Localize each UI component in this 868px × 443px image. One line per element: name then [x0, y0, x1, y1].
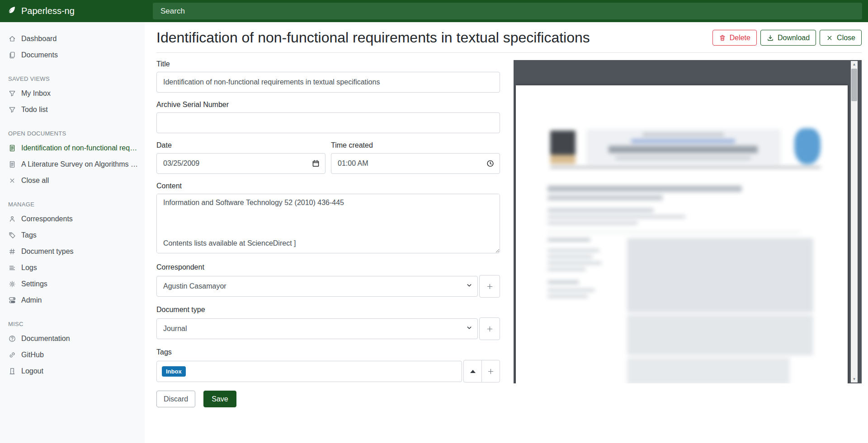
blurred-line: [615, 157, 751, 159]
sidebar-item-admin[interactable]: Admin: [0, 292, 145, 308]
sidebar-section-saved-views: SAVED VIEWS: [0, 63, 145, 85]
plus-icon: [487, 368, 495, 375]
sidebar-item-logout[interactable]: Logout: [0, 363, 145, 379]
blurred-info-line: [547, 255, 593, 258]
house-icon: [9, 35, 16, 42]
sidebar-open-doc-2[interactable]: A Literature Survey on Algorithms for Mu…: [0, 156, 145, 173]
search-input[interactable]: [153, 3, 862, 19]
plus-icon: [486, 283, 494, 290]
journal-logo-right: [794, 128, 821, 164]
chevron-down-icon: [466, 282, 472, 290]
tags-label: Tags: [156, 348, 500, 356]
discard-button[interactable]: Discard: [156, 391, 195, 407]
sidebar-section-open-documents: OPEN DOCUMENTS: [0, 118, 145, 140]
add-correspondent-button[interactable]: [479, 275, 500, 298]
title-input[interactable]: [156, 72, 500, 93]
funnel-icon: [9, 106, 16, 113]
blurred-info-line: [547, 295, 588, 298]
scroll-down-arrow[interactable]: ▼: [851, 376, 858, 382]
sidebar-section-misc: MISC: [0, 308, 145, 331]
sidebar-item-my-inbox[interactable]: My Inbox: [0, 85, 145, 102]
scroll-up-arrow[interactable]: ▲: [851, 61, 858, 68]
x-icon: [826, 34, 833, 42]
calendar-icon[interactable]: [312, 160, 320, 168]
correspondent-label: Correspondent: [156, 263, 500, 271]
blurred-info-line: [547, 268, 586, 271]
clock-icon[interactable]: [486, 160, 494, 168]
asn-label: Archive Serial Number: [156, 101, 500, 109]
sidebar-item-dashboard[interactable]: Dashboard: [0, 31, 145, 47]
journal-logo-left: [550, 131, 576, 155]
content-textarea[interactable]: Information and Software Technology 52 (…: [156, 194, 500, 253]
download-icon: [767, 34, 774, 42]
files-icon: [9, 51, 16, 59]
sidebar: Dashboard Documents SAVED VIEWS My Inbox…: [0, 22, 145, 443]
save-button[interactable]: Save: [203, 391, 236, 407]
blurred-abstract-block: [627, 315, 813, 355]
blurred-abstract-block: [627, 358, 790, 383]
sidebar-open-doc-1[interactable]: Identification of non-functional require…: [0, 140, 145, 156]
blurred-info-line: [547, 289, 595, 292]
document-type-select[interactable]: Journal: [156, 318, 478, 339]
sidebar-section-manage: MANAGE: [0, 189, 145, 211]
tags-input[interactable]: Inbox: [156, 361, 462, 382]
toggles-icon: [9, 297, 16, 304]
blurred-author-line: [547, 215, 685, 219]
preview-scrollbar-thumb[interactable]: [851, 69, 857, 101]
funnel-icon: [9, 90, 16, 97]
document-type-label: Document type: [156, 306, 500, 314]
pdf-preview-pane[interactable]: ▲ ▼: [514, 60, 862, 383]
date-label: Date: [156, 141, 326, 149]
blurred-info-line: [547, 249, 599, 252]
blurred-info-line: [547, 261, 602, 265]
top-navbar: Paperless-ng: [0, 0, 868, 22]
sidebar-item-documentation[interactable]: Documentation: [0, 331, 145, 347]
main-content: Identification of non-functional require…: [145, 22, 868, 443]
blurred-abstract-block: [627, 238, 813, 312]
caret-up-icon: [470, 370, 476, 373]
tags-buttons: [463, 360, 500, 382]
correspondent-select[interactable]: Agustin Casamayor: [156, 276, 478, 297]
blurred-line: [609, 146, 758, 153]
gear-icon: [9, 280, 16, 288]
blurred-author-line: [547, 208, 654, 212]
add-document-type-button[interactable]: [479, 317, 500, 340]
sidebar-item-document-types[interactable]: Document types: [0, 243, 145, 260]
document-edit-form: Title Archive Serial Number Date 03/25/2…: [156, 60, 500, 407]
app-brand[interactable]: Paperless-ng: [0, 0, 145, 22]
file-text-icon: [9, 161, 16, 168]
person-icon: [9, 215, 16, 223]
add-tag-button[interactable]: [481, 360, 500, 382]
header-buttons: Delete Download Close: [712, 30, 862, 46]
sidebar-item-documents[interactable]: Documents: [0, 47, 145, 63]
link-icon: [9, 351, 16, 359]
sidebar-item-settings[interactable]: Settings: [0, 276, 145, 292]
date-input[interactable]: 03/25/2009: [156, 153, 326, 174]
sidebar-item-correspondents[interactable]: Correspondents: [0, 211, 145, 227]
sidebar-item-close-all[interactable]: Close all: [0, 173, 145, 189]
tag-inbox[interactable]: Inbox: [162, 366, 186, 377]
blurred-title-line: [547, 195, 663, 201]
tags-dropdown-button[interactable]: [463, 360, 482, 382]
download-button[interactable]: Download: [760, 30, 816, 46]
page-title: Identification of non-functional require…: [156, 29, 590, 46]
hash-icon: [9, 248, 16, 255]
asn-input[interactable]: [156, 112, 500, 133]
x-icon: [9, 177, 16, 184]
section-rule: [547, 232, 801, 233]
sidebar-item-tags[interactable]: Tags: [0, 227, 145, 243]
preview-scrollbar[interactable]: ▲ ▼: [851, 61, 858, 382]
sidebar-item-github[interactable]: GitHub: [0, 347, 145, 363]
sidebar-item-todo-list[interactable]: Todo list: [0, 102, 145, 118]
blurred-line-blue: [631, 139, 735, 143]
sidebar-item-logs[interactable]: Logs: [0, 260, 145, 276]
trash-icon: [719, 34, 726, 42]
chevron-down-icon: [466, 325, 472, 333]
blurred-info-line: [547, 280, 579, 284]
blurred-title-line: [547, 186, 742, 192]
door-icon: [9, 368, 16, 375]
time-created-input[interactable]: 01:00 AM: [331, 153, 500, 174]
blurred-line: [642, 133, 724, 136]
delete-button[interactable]: Delete: [712, 30, 757, 46]
close-button[interactable]: Close: [820, 30, 862, 46]
